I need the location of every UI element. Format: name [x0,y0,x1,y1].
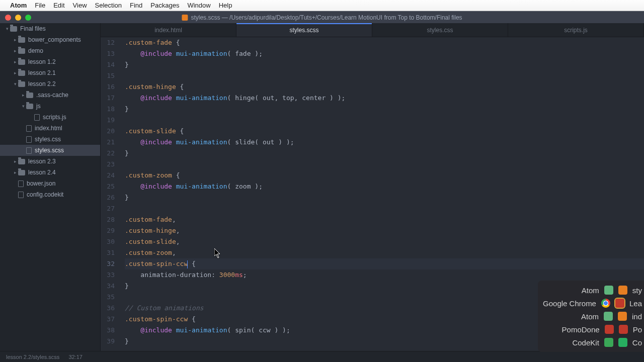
line-number-gutter[interactable]: 1213141516171819202122232425262728293031… [101,37,119,347]
switcher-item-google-chrome[interactable]: Google ChromeLea [543,297,644,310]
code-line[interactable]: .custom-slide, [125,236,644,247]
menu-packages[interactable]: Packages [150,2,179,9]
tree-folder-bower-components[interactable]: ▸bower_components [0,34,100,45]
macos-menubar[interactable]: Atom File Edit View Selection Find Packa… [0,0,644,11]
tree-file-scripts-js[interactable]: scripts.js [0,112,100,123]
chevron-right-icon[interactable]: ▸ [12,48,18,53]
line-number[interactable]: 12 [101,37,115,48]
chevron-down-icon[interactable]: ▾ [4,26,10,31]
code-line[interactable]: .custom-zoom, [125,247,644,258]
code-line[interactable]: .custom-spin-ccw { [125,258,644,269]
window-titlebar[interactable]: styles.scss — /Users/adipurdila/Desktop/… [0,11,644,23]
menu-edit[interactable]: Edit [53,2,64,9]
tree-file-styles-scss[interactable]: styles.scss [0,145,100,156]
line-number[interactable]: 31 [101,247,115,258]
menu-help[interactable]: Help [219,2,232,9]
switcher-item-codekit[interactable]: CodeKitCo [543,336,644,349]
code-line[interactable]: .custom-fade { [125,37,644,48]
code-line[interactable] [125,70,644,81]
tree-file-styles-css[interactable]: styles.css [0,134,100,145]
code-line[interactable]: @include mui-animation( fade ); [125,48,644,59]
code-line[interactable]: .custom-hinge, [125,225,644,236]
app-switcher-overlay[interactable]: AtomstyGoogle ChromeLeaAtomindPomoDonePo… [538,281,644,352]
code-line[interactable] [125,159,644,170]
code-line[interactable]: @include mui-animation( slide( out ) ); [125,137,644,148]
chevron-right-icon[interactable]: ▸ [12,59,18,64]
code-line[interactable]: } [125,148,644,159]
tree-folder-lesson-2-4[interactable]: ▸lesson 2.4 [0,167,100,178]
menu-selection[interactable]: Selection [95,2,122,9]
tree-folder-lesson-1-2[interactable]: ▸lesson 1.2 [0,56,100,67]
line-number[interactable]: 26 [101,192,115,203]
switcher-item-atom[interactable]: Atomind [543,310,644,323]
tree-folder-js[interactable]: ▾js [0,101,100,112]
code-line[interactable] [125,203,644,214]
line-number[interactable]: 18 [101,104,115,115]
tree-folder-lesson-2-3[interactable]: ▸lesson 2.3 [0,156,100,167]
chevron-right-icon[interactable]: ▸ [12,170,18,175]
chevron-right-icon[interactable]: ▸ [20,93,26,98]
menu-window[interactable]: Window [187,2,210,9]
tree-file-index-html[interactable]: index.html [0,123,100,134]
line-number[interactable]: 23 [101,159,115,170]
switcher-item-atom[interactable]: Atomsty [543,284,644,297]
maximize-button[interactable] [25,15,31,21]
line-number[interactable]: 34 [101,281,115,292]
line-number[interactable]: 20 [101,126,115,137]
chevron-right-icon[interactable]: ▸ [12,70,18,75]
code-line[interactable]: } [125,59,644,70]
tree-file-bower-json[interactable]: bower.json [0,178,100,189]
code-line[interactable]: .custom-slide { [125,126,644,137]
tree-folder-demo[interactable]: ▸demo [0,45,100,56]
line-number[interactable]: 14 [101,59,115,70]
code-line[interactable]: @include mui-animation( zoom ); [125,181,644,192]
code-line[interactable]: animation-duration: 3000ms; [125,269,644,281]
line-number[interactable]: 24 [101,170,115,181]
code-line[interactable] [125,115,644,126]
line-number[interactable]: 28 [101,214,115,225]
tree-folder--sass-cache[interactable]: ▸.sass-cache [0,89,100,101]
line-number[interactable]: 22 [101,148,115,159]
chevron-down-icon[interactable]: ▾ [12,81,18,86]
menu-file[interactable]: File [35,2,45,9]
tree-folder-lesson-2-1[interactable]: ▸lesson 2.1 [0,67,100,78]
line-number[interactable]: 35 [101,292,115,303]
menu-find[interactable]: Find [130,2,142,9]
line-number[interactable]: 36 [101,303,115,314]
minimize-button[interactable] [15,15,21,21]
line-number[interactable]: 19 [101,115,115,126]
status-cursor-position[interactable]: 32:17 [68,354,83,360]
app-name[interactable]: Atom [10,2,27,9]
code-line[interactable]: } [125,104,644,115]
code-line[interactable]: .custom-hinge { [125,81,644,93]
line-number[interactable]: 30 [101,236,115,247]
line-number[interactable]: 38 [101,325,115,336]
code-line[interactable]: .custom-fade, [125,214,644,225]
tree-folder-lesson-2-2[interactable]: ▾lesson 2.2 [0,78,100,89]
file-tree-sidebar[interactable]: ▾Final files▸bower_components▸demo▸lesso… [0,23,101,351]
line-number[interactable]: 33 [101,269,115,281]
line-number[interactable]: 29 [101,225,115,236]
status-file-path[interactable]: lesson 2.2/styles.scss [6,354,59,360]
line-number[interactable]: 15 [101,70,115,81]
line-number[interactable]: 13 [101,48,115,59]
chevron-right-icon[interactable]: ▸ [12,159,18,164]
tab-index-html[interactable]: index.html [101,23,236,37]
close-button[interactable] [5,15,11,21]
chevron-down-icon[interactable]: ▾ [20,104,26,109]
tree-folder-final-files[interactable]: ▾Final files [0,23,100,34]
switcher-item-pomodone[interactable]: PomoDonePo [543,323,644,336]
tab-styles-scss[interactable]: styles.scss [236,23,372,37]
line-number[interactable]: 16 [101,81,115,93]
tree-file-config-codekit[interactable]: config.codekit [0,189,100,200]
tab-styles-css[interactable]: styles.css [372,23,508,37]
chevron-right-icon[interactable]: ▸ [12,37,18,42]
line-number[interactable]: 37 [101,314,115,325]
code-line[interactable]: } [125,192,644,203]
tab-scripts-js[interactable]: scripts.js [508,23,644,37]
line-number[interactable]: 17 [101,93,115,104]
line-number[interactable]: 21 [101,137,115,148]
line-number[interactable]: 39 [101,336,115,347]
line-number[interactable]: 32 [101,258,115,269]
line-number[interactable]: 27 [101,203,115,214]
